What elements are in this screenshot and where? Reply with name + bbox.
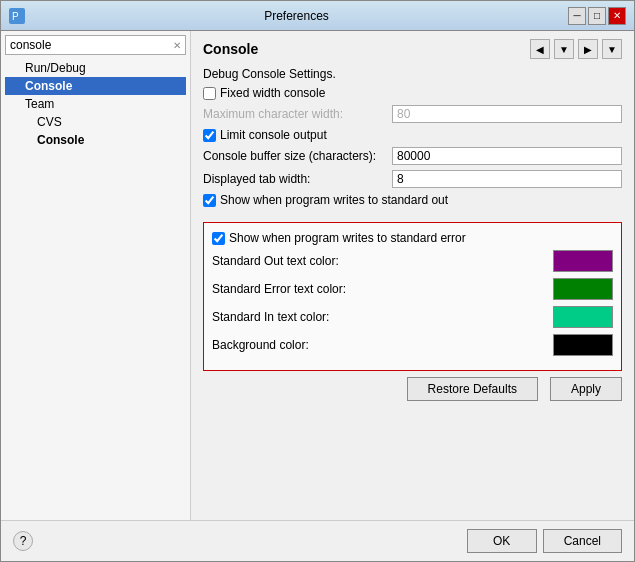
preferences-window: P Preferences ─ □ ✕ ✕ Run/Debug Console	[0, 0, 635, 562]
sidebar-item-console2[interactable]: Console	[5, 131, 186, 149]
svg-text:P: P	[12, 11, 19, 22]
fixed-width-label[interactable]: Fixed width console	[203, 86, 325, 100]
section-title-text: Debug Console Settings.	[203, 67, 336, 81]
tab-width-label: Displayed tab width:	[203, 172, 392, 186]
bg-color-swatch[interactable]	[553, 334, 613, 356]
max-char-row: Maximum character width:	[203, 105, 622, 123]
close-button[interactable]: ✕	[608, 7, 626, 25]
sidebar-tree: Run/Debug Console Team CVS Console	[5, 59, 186, 516]
window-controls: ─ □ ✕	[568, 7, 626, 25]
stdin-color-swatch[interactable]	[553, 306, 613, 328]
section-title-row: Debug Console Settings.	[203, 67, 622, 81]
show-stderr-row: Show when program writes to standard err…	[212, 231, 613, 245]
stdout-color-row: Standard Out text color:	[212, 250, 613, 272]
stderr-color-row: Standard Error text color:	[212, 278, 613, 300]
main-content: ✕ Run/Debug Console Team CVS Console	[1, 31, 634, 520]
max-char-input[interactable]	[392, 105, 622, 123]
stdin-color-row: Standard In text color:	[212, 306, 613, 328]
restore-defaults-button[interactable]: Restore Defaults	[407, 377, 538, 401]
buffer-size-label: Console buffer size (characters):	[203, 149, 392, 163]
nav-dropdown2-button[interactable]: ▼	[602, 39, 622, 59]
search-input[interactable]	[10, 38, 173, 52]
buffer-size-input[interactable]	[392, 147, 622, 165]
panel-header: Console ◀ ▼ ▶ ▼	[203, 39, 622, 59]
limit-output-row: Limit console output	[203, 128, 622, 142]
sidebar: ✕ Run/Debug Console Team CVS Console	[1, 31, 191, 520]
help-button[interactable]: ?	[13, 531, 33, 551]
cancel-button[interactable]: Cancel	[543, 529, 622, 553]
search-clear-icon[interactable]: ✕	[173, 40, 181, 51]
nav-prev-button[interactable]: ◀	[530, 39, 550, 59]
stdout-color-label: Standard Out text color:	[212, 254, 339, 268]
app-icon: P	[9, 8, 25, 24]
show-stdout-checkbox[interactable]	[203, 194, 216, 207]
panel-title: Console	[203, 41, 258, 57]
bg-color-label: Background color:	[212, 338, 309, 352]
limit-output-checkbox[interactable]	[203, 129, 216, 142]
bottom-right: OK Cancel	[467, 529, 622, 553]
sidebar-item-cvs[interactable]: CVS	[5, 113, 186, 131]
sidebar-item-team[interactable]: Team	[5, 95, 186, 113]
sidebar-item-rundebug[interactable]: Run/Debug	[5, 59, 186, 77]
bottom-bar: ? OK Cancel	[1, 520, 634, 561]
buffer-size-row: Console buffer size (characters):	[203, 147, 622, 165]
title-bar: P Preferences ─ □ ✕	[1, 1, 634, 31]
show-stdout-label[interactable]: Show when program writes to standard out	[203, 193, 448, 207]
bg-color-row: Background color:	[212, 334, 613, 356]
nav-next-button[interactable]: ▶	[578, 39, 598, 59]
show-stderr-checkbox[interactable]	[212, 232, 225, 245]
minimize-button[interactable]: ─	[568, 7, 586, 25]
settings-section: Debug Console Settings. Fixed width cons…	[203, 67, 622, 212]
max-char-label: Maximum character width:	[203, 107, 392, 121]
panel-toolbar: ◀ ▼ ▶ ▼	[530, 39, 622, 59]
show-stdout-row: Show when program writes to standard out	[203, 193, 622, 207]
fixed-width-row: Fixed width console	[203, 86, 622, 100]
maximize-button[interactable]: □	[588, 7, 606, 25]
tab-width-input[interactable]	[392, 170, 622, 188]
window-title: Preferences	[25, 9, 568, 23]
bottom-left: ?	[13, 531, 33, 551]
tab-width-row: Displayed tab width:	[203, 170, 622, 188]
stderr-color-swatch[interactable]	[553, 278, 613, 300]
sidebar-item-console1[interactable]: Console	[5, 77, 186, 95]
stdin-color-label: Standard In text color:	[212, 310, 329, 324]
stderr-color-label: Standard Error text color:	[212, 282, 346, 296]
show-stderr-label[interactable]: Show when program writes to standard err…	[212, 231, 466, 245]
apply-button[interactable]: Apply	[550, 377, 622, 401]
right-panel: Console ◀ ▼ ▶ ▼ Debug Console Settings. …	[191, 31, 634, 520]
ok-button[interactable]: OK	[467, 529, 537, 553]
action-buttons: Restore Defaults Apply	[203, 371, 622, 405]
limit-output-label[interactable]: Limit console output	[203, 128, 327, 142]
fixed-width-checkbox[interactable]	[203, 87, 216, 100]
stdout-color-swatch[interactable]	[553, 250, 613, 272]
nav-dropdown-button[interactable]: ▼	[554, 39, 574, 59]
search-box: ✕	[5, 35, 186, 55]
highlight-section: Show when program writes to standard err…	[203, 222, 622, 371]
